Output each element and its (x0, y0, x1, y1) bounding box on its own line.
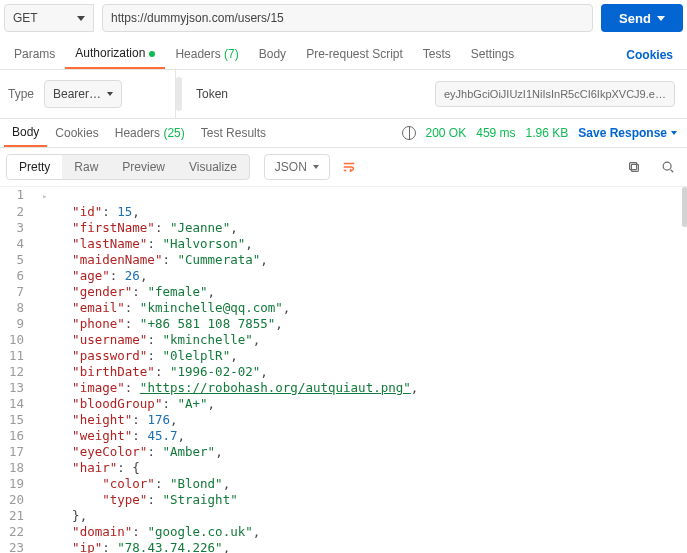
resize-handle[interactable] (176, 77, 182, 111)
view-raw[interactable]: Raw (62, 155, 110, 179)
status-time: 459 ms (476, 126, 515, 140)
request-tabs: Params Authorization Headers (7) Body Pr… (0, 40, 687, 70)
network-icon[interactable] (402, 126, 416, 140)
view-mode-segment: Pretty Raw Preview Visualize (6, 154, 250, 180)
tab-authorization[interactable]: Authorization (65, 40, 165, 69)
tab-label: Headers (175, 47, 220, 61)
status-dot-icon (149, 51, 155, 57)
language-value: JSON (275, 160, 307, 174)
status-size: 1.96 KB (526, 126, 569, 140)
response-tabs: Body Cookies Headers (25) Test Results 2… (0, 119, 687, 148)
auth-type-section: Type Bearer… (0, 70, 176, 118)
tab-tests[interactable]: Tests (413, 41, 461, 68)
svg-rect-1 (630, 163, 637, 170)
auth-token-section: Token eyJhbGciOiJIUzI1NiIsInR5cCI6IkpXVC… (184, 71, 687, 117)
chevron-down-icon (77, 16, 85, 21)
chevron-down-icon (313, 165, 319, 169)
status-code: 200 OK (426, 126, 467, 140)
auth-type-value: Bearer… (53, 87, 101, 101)
token-label: Token (196, 87, 228, 101)
tab-prerequest[interactable]: Pre-request Script (296, 41, 413, 68)
chevron-down-icon (107, 92, 113, 96)
resp-tab-body[interactable]: Body (4, 119, 47, 147)
resp-tab-cookies[interactable]: Cookies (47, 120, 106, 146)
view-preview[interactable]: Preview (110, 155, 177, 179)
fold-icon[interactable]: ▸ (42, 191, 47, 201)
url-input[interactable] (102, 4, 593, 32)
tab-label: Headers (115, 126, 160, 140)
wrap-lines-button[interactable] (336, 154, 362, 180)
send-label: Send (619, 11, 651, 26)
chevron-down-icon (671, 131, 677, 135)
auth-type-select[interactable]: Bearer… (44, 80, 122, 108)
token-input[interactable]: eyJhbGciOiJIUzI1NiIsInR5cCI6IkpXVCJ9.ey… (435, 81, 675, 107)
send-button[interactable]: Send (601, 4, 683, 32)
tab-settings[interactable]: Settings (461, 41, 524, 68)
response-view-bar: Pretty Raw Preview Visualize JSON (0, 148, 687, 187)
response-meta: 200 OK 459 ms 1.96 KB Save Response (402, 126, 683, 140)
svg-point-2 (663, 162, 671, 170)
auth-type-label: Type (8, 87, 34, 101)
auth-panel: Type Bearer… Token eyJhbGciOiJIUzI1NiIsI… (0, 70, 687, 119)
tab-body[interactable]: Body (249, 41, 296, 68)
headers-count: (7) (224, 47, 239, 61)
tab-headers[interactable]: Headers (7) (165, 41, 248, 68)
copy-button[interactable] (621, 154, 647, 180)
request-bar: GET Send (0, 0, 687, 40)
tab-label: Authorization (75, 46, 145, 60)
save-response-label: Save Response (578, 126, 667, 140)
view-visualize[interactable]: Visualize (177, 155, 249, 179)
response-body[interactable]: 1▸2 "id": 15,3 "firstName": "Jeanne",4 "… (0, 187, 687, 553)
headers-count: (25) (163, 126, 184, 140)
cookies-link[interactable]: Cookies (616, 42, 683, 68)
method-select[interactable]: GET (4, 4, 94, 32)
chevron-down-icon (657, 16, 665, 21)
language-select[interactable]: JSON (264, 154, 330, 180)
save-response-button[interactable]: Save Response (578, 126, 677, 140)
svg-rect-0 (631, 164, 638, 171)
resp-tab-headers[interactable]: Headers (25) (107, 120, 193, 146)
resp-tab-tests[interactable]: Test Results (193, 120, 274, 146)
method-value: GET (13, 11, 38, 25)
search-button[interactable] (655, 154, 681, 180)
view-pretty[interactable]: Pretty (7, 155, 62, 179)
scrollbar[interactable] (682, 187, 687, 227)
tab-params[interactable]: Params (4, 41, 65, 68)
